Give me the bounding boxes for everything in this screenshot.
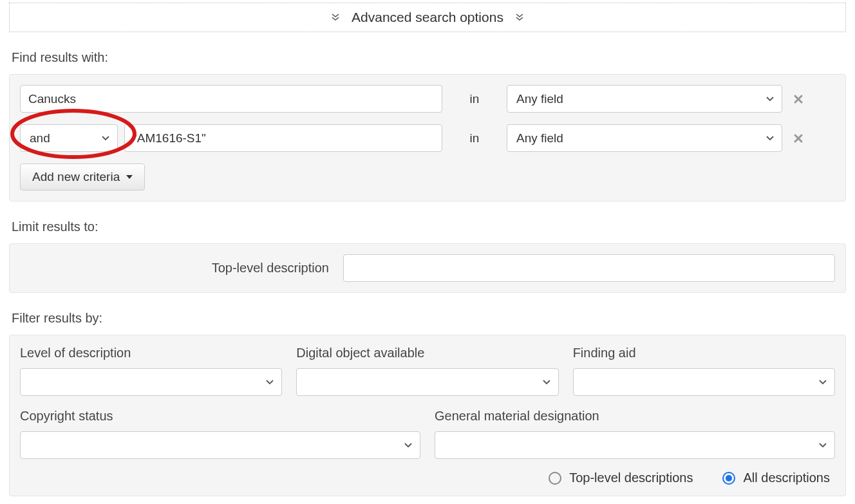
find-results-label: Find results with: (12, 50, 843, 65)
general-material-designation-select[interactable] (435, 431, 835, 459)
finding-aid-label: Finding aid (573, 346, 835, 360)
advanced-search-title: Advanced search options (352, 10, 503, 25)
find-criteria-panel: in Any field and (9, 74, 846, 201)
copyright-status-select[interactable] (20, 431, 420, 459)
criteria-row: and in Any field (20, 124, 835, 152)
digital-object-available-select[interactable] (296, 368, 558, 396)
top-level-description-label: Top-level description (20, 261, 329, 275)
in-label: in (449, 92, 500, 106)
criteria-operator-select[interactable]: and (20, 124, 118, 152)
add-new-criteria-label: Add new criteria (32, 170, 120, 184)
level-of-description-select[interactable] (20, 368, 282, 396)
radio-all-label: All descriptions (743, 471, 830, 485)
filter-panel: Level of description Digital object avai… (9, 335, 846, 496)
advanced-search-header[interactable]: Advanced search options (9, 3, 846, 32)
radio-top-level-descriptions[interactable]: Top-level descriptions (549, 471, 693, 485)
in-label: in (449, 131, 500, 145)
caret-down-icon (126, 175, 133, 179)
finding-aid-select[interactable] (573, 368, 835, 396)
limit-panel: Top-level description (9, 243, 846, 293)
criteria-field-select[interactable]: Any field (507, 85, 782, 113)
general-material-designation-label: General material designation (435, 409, 835, 424)
radio-top-label: Top-level descriptions (569, 471, 693, 485)
remove-criteria-button[interactable] (789, 133, 808, 144)
digital-object-available-label: Digital object available (296, 346, 558, 360)
description-scope-radio-group: Top-level descriptions All descriptions (20, 471, 835, 485)
chevron-double-down-icon (515, 13, 524, 22)
limit-results-label: Limit results to: (12, 219, 843, 234)
copyright-status-label: Copyright status (20, 409, 420, 424)
radio-icon (549, 472, 561, 485)
filter-results-label: Filter results by: (12, 311, 843, 326)
radio-all-descriptions[interactable]: All descriptions (722, 471, 830, 485)
chevron-double-down-icon (331, 13, 340, 22)
criteria-row: in Any field (20, 85, 835, 113)
level-of-description-label: Level of description (20, 346, 282, 360)
radio-icon (722, 472, 735, 485)
criteria-term-input[interactable] (20, 85, 442, 113)
add-new-criteria-button[interactable]: Add new criteria (20, 163, 145, 191)
remove-criteria-button[interactable] (789, 94, 808, 104)
criteria-field-select[interactable]: Any field (507, 124, 782, 152)
top-level-description-input[interactable] (343, 254, 835, 282)
criteria-term-input[interactable] (124, 124, 442, 152)
